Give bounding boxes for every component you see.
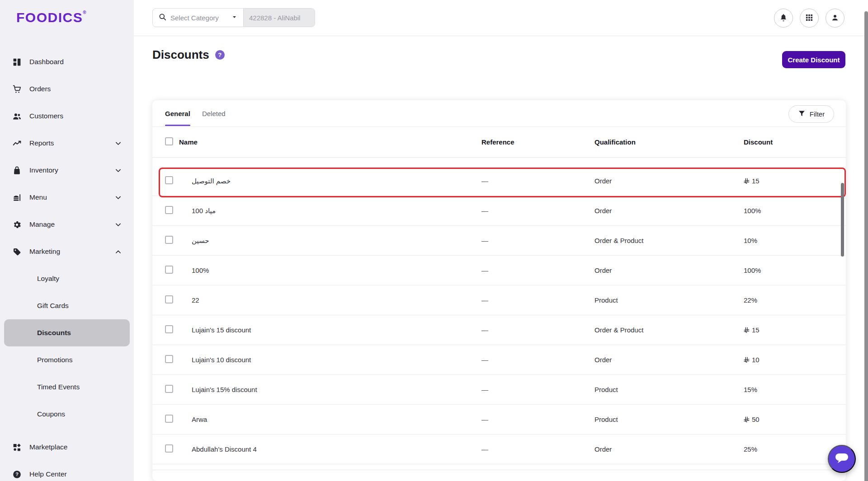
tab-general[interactable]: General — [165, 100, 190, 127]
chevron-down-icon — [114, 221, 122, 229]
table-row[interactable]: Lujain's 15% discount — Product 15% — [152, 375, 846, 405]
discount-qualification: Product — [594, 416, 744, 423]
sidebar-item-marketplace[interactable]: Marketplace — [0, 434, 134, 461]
sidebar-item-help-center[interactable]: ? Help Center — [0, 461, 134, 481]
table-body: خصم التوصيل — Order 15 — [152, 166, 846, 464]
search-input[interactable] — [244, 9, 315, 27]
select-all-checkbox[interactable] — [165, 137, 173, 145]
row-checkbox[interactable] — [165, 355, 173, 363]
user-icon — [830, 13, 840, 23]
sidebar-item-manage[interactable]: Manage — [0, 211, 134, 238]
saudi-riyal-icon — [744, 357, 750, 363]
discount-value: 15 — [744, 177, 846, 185]
sidebar-item-discounts[interactable]: Discounts — [4, 319, 130, 346]
table-scrollbar[interactable] — [841, 183, 844, 257]
discount-value: 15 — [744, 326, 846, 334]
help-badge-icon[interactable]: ? — [215, 50, 225, 60]
row-checkbox[interactable] — [165, 415, 173, 423]
svg-text:?: ? — [15, 472, 19, 477]
table-bottom-divider — [152, 470, 846, 470]
category-selector[interactable]: Select Category — [153, 9, 243, 27]
marketplace-icon — [12, 442, 22, 452]
menu-icon — [12, 192, 22, 202]
table-row[interactable]: Arwa — Product 50 — [152, 405, 846, 434]
table-row[interactable]: Lujain's 10 discount — Order 10 — [152, 345, 846, 375]
chevron-down-icon — [114, 194, 122, 201]
discount-qualification: Order — [594, 445, 744, 453]
sidebar-item-inventory[interactable]: Inventory — [0, 157, 134, 184]
table-header: NameReferenceQualificationDiscount — [152, 127, 846, 158]
row-checkbox[interactable] — [165, 176, 173, 184]
search-box — [243, 9, 315, 27]
row-checkbox[interactable] — [165, 236, 173, 244]
discount-qualification: Product — [594, 296, 744, 304]
reports-icon — [12, 138, 22, 148]
inventory-icon — [12, 165, 22, 175]
table-row[interactable]: خصم التوصيل — Order 15 — [152, 166, 846, 196]
page-scrollbar[interactable] — [864, 11, 868, 481]
column-header: Qualification — [594, 138, 744, 146]
sidebar-item-coupons[interactable]: Coupons — [0, 401, 134, 428]
sidebar-item-menu[interactable]: Menu — [0, 184, 134, 211]
discount-name: مياد 100 — [179, 207, 481, 215]
row-checkbox[interactable] — [165, 385, 173, 393]
table-row[interactable]: Abdullah's Discount 4 — Order 25% — [152, 434, 846, 464]
bell-icon — [779, 13, 788, 23]
row-checkbox[interactable] — [165, 266, 173, 274]
marketing-icon — [12, 247, 22, 257]
topbar: Select Category — [134, 0, 868, 36]
discount-reference: — — [481, 177, 594, 185]
category-placeholder: Select Category — [170, 14, 227, 22]
row-checkbox[interactable] — [165, 295, 173, 304]
discount-name: حسين — [179, 237, 481, 245]
saudi-riyal-icon — [744, 416, 750, 423]
topbar-button[interactable] — [800, 9, 819, 28]
topbar-button[interactable] — [826, 9, 844, 28]
saudi-riyal-icon — [744, 178, 750, 184]
table-row[interactable]: 100% — Order 100% — [152, 256, 846, 285]
tab-deleted[interactable]: Deleted — [202, 100, 226, 127]
apps-icon — [805, 13, 814, 23]
sidebar-item-promotions[interactable]: Promotions — [0, 346, 134, 374]
funnel-icon — [798, 110, 806, 119]
sidebar-item-orders[interactable]: Orders — [0, 75, 134, 103]
column-header: Name — [179, 138, 481, 146]
create-discount-button[interactable]: Create Discount — [782, 51, 845, 68]
discount-name: Lujain's 15% discount — [179, 386, 481, 393]
chevron-down-icon — [114, 140, 122, 147]
discount-reference: — — [481, 445, 594, 453]
sidebar-item-reports[interactable]: Reports — [0, 130, 134, 157]
manage-icon — [12, 219, 22, 229]
tab-bar: General Deleted Filter — [152, 100, 846, 127]
sidebar: FOODICS® Dashboard Orders Customers Repo… — [0, 0, 134, 481]
discount-name: خصم التوصيل — [179, 177, 481, 185]
discount-name: 100% — [179, 266, 481, 274]
table-row[interactable]: حسين — Order & Product 10% — [152, 226, 846, 256]
filter-button[interactable]: Filter — [788, 105, 834, 123]
discount-qualification: Order — [594, 207, 744, 215]
discount-qualification: Order & Product — [594, 237, 744, 244]
sidebar-item-marketing[interactable]: Marketing — [0, 238, 134, 265]
discount-reference: — — [481, 296, 594, 304]
row-checkbox[interactable] — [165, 325, 173, 333]
topbar-actions — [774, 9, 844, 28]
sidebar-item-timed-events[interactable]: Timed Events — [0, 374, 134, 401]
select-all-cell — [152, 137, 179, 147]
discount-qualification: Order — [594, 177, 744, 185]
discount-name: Lujain's 10 discount — [179, 356, 481, 364]
row-checkbox[interactable] — [165, 444, 173, 453]
discount-reference: — — [481, 266, 594, 274]
sidebar-item-loyalty[interactable]: Loyalty — [0, 265, 134, 292]
discount-reference: — — [481, 416, 594, 423]
column-header: Reference — [481, 138, 594, 146]
row-checkbox[interactable] — [165, 206, 173, 214]
topbar-button[interactable] — [774, 9, 793, 28]
table-row[interactable]: 22 — Product 22% — [152, 285, 846, 315]
chat-widget-button[interactable] — [828, 445, 856, 473]
sidebar-item-dashboard[interactable]: Dashboard — [0, 48, 134, 75]
table-row[interactable]: مياد 100 — Order 100% — [152, 196, 846, 226]
discount-qualification: Order & Product — [594, 326, 744, 334]
sidebar-item-gift-cards[interactable]: Gift Cards — [0, 292, 134, 319]
sidebar-item-customers[interactable]: Customers — [0, 103, 134, 130]
table-row[interactable]: Lujain's 15 discount — Order & Product 1… — [152, 315, 846, 345]
